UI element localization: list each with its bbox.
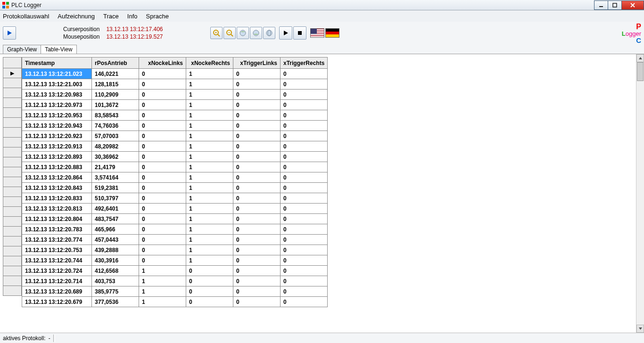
cell[interactable]: 13.12.13 13:12:20.953: [22, 110, 92, 121]
cell[interactable]: 0: [233, 297, 281, 307]
cell[interactable]: 0: [139, 204, 186, 214]
col-rposantrieb[interactable]: rPosAntrieb: [92, 57, 139, 69]
cell[interactable]: 1: [186, 214, 233, 224]
table-row[interactable]: 13.12.13 13:12:20.813492,64010100: [22, 204, 328, 214]
cell[interactable]: 377,0536: [92, 297, 139, 307]
cell[interactable]: 519,2381: [92, 183, 139, 193]
row-header[interactable]: [3, 226, 22, 237]
cell[interactable]: 0: [233, 69, 281, 79]
cell[interactable]: 1: [186, 152, 233, 162]
col-xtriggerlinks[interactable]: xTriggerLinks: [233, 57, 281, 69]
table-row[interactable]: 13.12.13 13:12:20.91348,209820100: [22, 141, 328, 152]
scroll-down-button[interactable]: [636, 325, 644, 333]
row-header[interactable]: [3, 88, 22, 98]
cell[interactable]: 1: [186, 110, 233, 121]
row-header[interactable]: ▶: [3, 68, 22, 78]
table-row[interactable]: 13.12.13 13:12:20.983110,29090100: [22, 90, 328, 100]
cell[interactable]: 13.12.13 13:12:20.864: [22, 172, 92, 183]
table-row[interactable]: 13.12.13 13:12:20.679377,05361000: [22, 297, 328, 307]
cell[interactable]: 403,753: [92, 276, 139, 286]
record-play-button[interactable]: [279, 26, 292, 40]
cell[interactable]: 1: [186, 69, 233, 79]
window-maximize-button[interactable]: [608, 0, 622, 10]
cell[interactable]: 13.12.13 13:12:20.783: [22, 224, 92, 235]
cell[interactable]: 13.12.13 13:12:20.923: [22, 131, 92, 141]
row-header[interactable]: [3, 256, 22, 266]
cell[interactable]: 0: [139, 69, 186, 79]
col-xtriggerrechts[interactable]: xTriggerRechts: [281, 57, 328, 69]
cell[interactable]: 110,2909: [92, 90, 139, 100]
cell[interactable]: 0: [281, 121, 328, 131]
cell[interactable]: 0: [233, 224, 281, 235]
cell[interactable]: 0: [233, 90, 281, 100]
cell[interactable]: 0: [281, 69, 328, 79]
cell[interactable]: 13.12.13 13:12:20.913: [22, 141, 92, 152]
cell[interactable]: 0: [281, 255, 328, 266]
table-row[interactable]: 13.12.13 13:12:20.804483,75470100: [22, 214, 328, 224]
cell[interactable]: 48,20982: [92, 141, 139, 152]
cell[interactable]: 1: [186, 79, 233, 90]
cell[interactable]: 0: [281, 276, 328, 286]
globe-3-button[interactable]: [263, 27, 275, 39]
cell[interactable]: 13.12.13 13:12:20.983: [22, 90, 92, 100]
table-row[interactable]: 13.12.13 13:12:21.023146,02210100: [22, 69, 328, 79]
row-header[interactable]: [3, 216, 22, 227]
cell[interactable]: 74,76036: [92, 121, 139, 131]
cell[interactable]: 0: [233, 131, 281, 141]
cell[interactable]: 1: [186, 235, 233, 245]
cell[interactable]: 0: [281, 193, 328, 204]
cell[interactable]: 21,4179: [92, 162, 139, 172]
table-row[interactable]: 13.12.13 13:12:20.724412,65681000: [22, 266, 328, 276]
cell[interactable]: 412,6568: [92, 266, 139, 276]
row-header[interactable]: [3, 266, 22, 276]
cell[interactable]: 0: [233, 183, 281, 193]
table-row[interactable]: 13.12.13 13:12:20.92357,070030100: [22, 131, 328, 141]
scroll-track[interactable]: [636, 62, 644, 325]
cell[interactable]: 0: [233, 245, 281, 255]
cell[interactable]: 0: [139, 214, 186, 224]
cell[interactable]: 0: [233, 286, 281, 297]
menu-aufzeichnung[interactable]: Aufzeichnung: [58, 13, 95, 20]
col-xnockerechts[interactable]: xNockeRechts: [186, 57, 233, 69]
cell[interactable]: 0: [233, 235, 281, 245]
flag-de-button[interactable]: [325, 28, 339, 38]
globe-1-button[interactable]: [237, 27, 249, 39]
cell[interactable]: 0: [233, 266, 281, 276]
cell[interactable]: 0: [139, 100, 186, 110]
record-stop-button[interactable]: [293, 26, 306, 40]
cell[interactable]: 1: [139, 276, 186, 286]
cell[interactable]: 0: [139, 193, 186, 204]
cell[interactable]: 0: [139, 183, 186, 193]
cell[interactable]: 483,7547: [92, 214, 139, 224]
cell[interactable]: 0: [233, 79, 281, 90]
tab-table-view[interactable]: Table-View: [41, 45, 76, 54]
vertical-scrollbar[interactable]: [636, 54, 644, 333]
cell[interactable]: 0: [233, 162, 281, 172]
cell[interactable]: 3,574164: [92, 172, 139, 183]
cell[interactable]: 0: [233, 152, 281, 162]
cell[interactable]: 0: [139, 162, 186, 172]
cell[interactable]: 430,3916: [92, 255, 139, 266]
table-row[interactable]: 13.12.13 13:12:20.689385,97751000: [22, 286, 328, 297]
window-minimize-button[interactable]: [594, 0, 608, 10]
cell[interactable]: 83,58543: [92, 110, 139, 121]
cell[interactable]: 0: [281, 100, 328, 110]
cell[interactable]: 0: [139, 79, 186, 90]
globe-2-button[interactable]: [250, 27, 262, 39]
row-header[interactable]: [3, 78, 22, 88]
row-header[interactable]: [3, 137, 22, 147]
cell[interactable]: 0: [233, 214, 281, 224]
window-close-button[interactable]: [621, 0, 644, 10]
cell[interactable]: 0: [233, 204, 281, 214]
cell[interactable]: 439,2888: [92, 245, 139, 255]
cell[interactable]: 0: [233, 110, 281, 121]
cell[interactable]: 30,36962: [92, 152, 139, 162]
cell[interactable]: 13.12.13 13:12:20.973: [22, 100, 92, 110]
col-xnockelinks[interactable]: xNockeLinks: [139, 57, 186, 69]
row-header[interactable]: [3, 246, 22, 256]
cell[interactable]: 13.12.13 13:12:20.833: [22, 193, 92, 204]
row-header[interactable]: [3, 236, 22, 246]
menu-sprache[interactable]: Sprache: [146, 13, 169, 20]
cell[interactable]: 0: [281, 235, 328, 245]
table-row[interactable]: 13.12.13 13:12:20.843519,23810100: [22, 183, 328, 193]
